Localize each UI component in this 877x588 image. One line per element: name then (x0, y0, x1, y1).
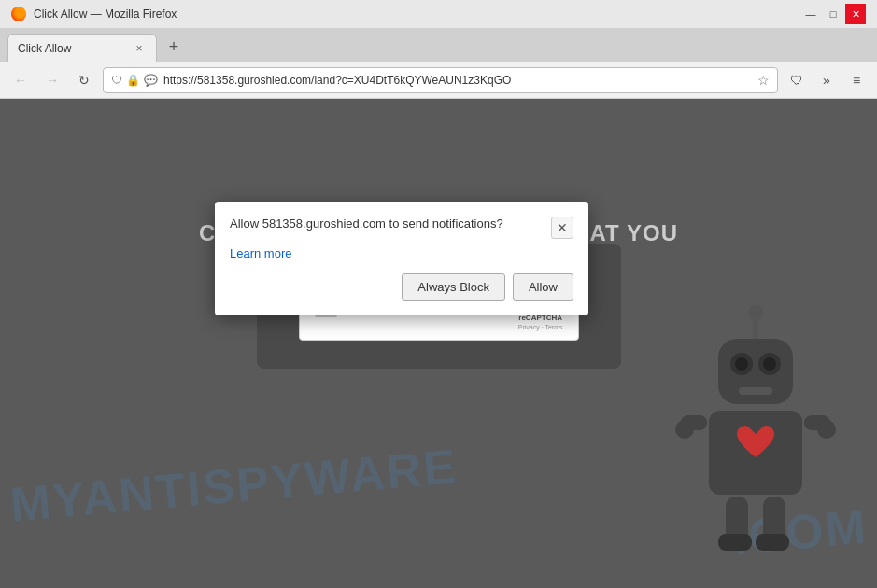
allow-button[interactable]: Allow (513, 273, 573, 301)
svg-point-0 (748, 305, 763, 320)
forward-button[interactable]: → (39, 67, 65, 93)
address-bar[interactable]: 🛡 🔒 💬 https://581358.guroshied.com/land?… (103, 67, 778, 93)
titlebar-left: Click Allow — Mozilla Firefox (11, 7, 177, 21)
dialog-header: Allow 581358.guroshied.com to send notif… (230, 217, 573, 239)
minimize-button[interactable]: — (800, 4, 821, 24)
menu-button[interactable]: ≡ (843, 67, 870, 93)
titlebar-title: Click Allow — Mozilla Firefox (34, 7, 177, 21)
titlebar-controls: — □ ✕ (800, 4, 866, 24)
svg-rect-15 (718, 534, 752, 551)
firefox-icon (11, 7, 26, 21)
watermark-text: MYANTISPYWARE (7, 438, 460, 533)
svg-rect-7 (739, 387, 772, 395)
learn-more-link[interactable]: Learn more (230, 246, 573, 260)
svg-point-11 (675, 420, 694, 439)
maximize-button[interactable]: □ (823, 4, 843, 24)
notification-permission-dialog: Allow 581358.guroshied.com to send notif… (215, 202, 588, 315)
titlebar: Click Allow — Mozilla Firefox — □ ✕ (0, 0, 877, 28)
tracking-protection-icon: 🛡 (111, 74, 122, 87)
dialog-close-button[interactable]: ✕ (551, 217, 573, 239)
content-area: MYANTISPYWARE .COM CLICK «ALLOW» TO CONF… (0, 99, 877, 588)
tabbar: Click Allow × + (0, 28, 877, 62)
reload-button[interactable]: ↻ (71, 67, 97, 93)
svg-point-5 (735, 357, 748, 371)
lock-icon: 🔒 (126, 74, 140, 87)
robot-illustration (672, 289, 840, 588)
address-icons: 🛡 🔒 💬 (111, 74, 158, 87)
back-button[interactable]: ← (7, 67, 34, 93)
extensions-button[interactable]: » (813, 67, 840, 93)
svg-rect-1 (753, 320, 758, 339)
svg-point-6 (763, 357, 776, 371)
svg-point-12 (817, 420, 836, 439)
window-close-button[interactable]: ✕ (845, 4, 866, 24)
bookmark-icon[interactable]: ☆ (757, 73, 770, 88)
tab-close-button[interactable]: × (132, 41, 147, 56)
vpn-button[interactable]: 🛡 (784, 67, 810, 93)
dialog-buttons: Always Block Allow (230, 273, 573, 301)
tab-active[interactable]: Click Allow × (7, 34, 157, 62)
dialog-title: Allow 581358.guroshied.com to send notif… (230, 217, 551, 231)
svg-rect-16 (756, 534, 789, 551)
address-text: https://581358.guroshied.com/land?c=XU4D… (163, 74, 752, 87)
notification-icon: 💬 (144, 74, 158, 87)
toolbar-actions: 🛡 » ≡ (784, 67, 870, 93)
toolbar: ← → ↻ 🛡 🔒 💬 https://581358.guroshied.com… (0, 62, 877, 99)
recaptcha-links: Privacy · Terms (518, 324, 563, 330)
always-block-button[interactable]: Always Block (402, 273, 505, 301)
tab-label: Click Allow (18, 42, 71, 55)
new-tab-button[interactable]: + (161, 34, 187, 60)
